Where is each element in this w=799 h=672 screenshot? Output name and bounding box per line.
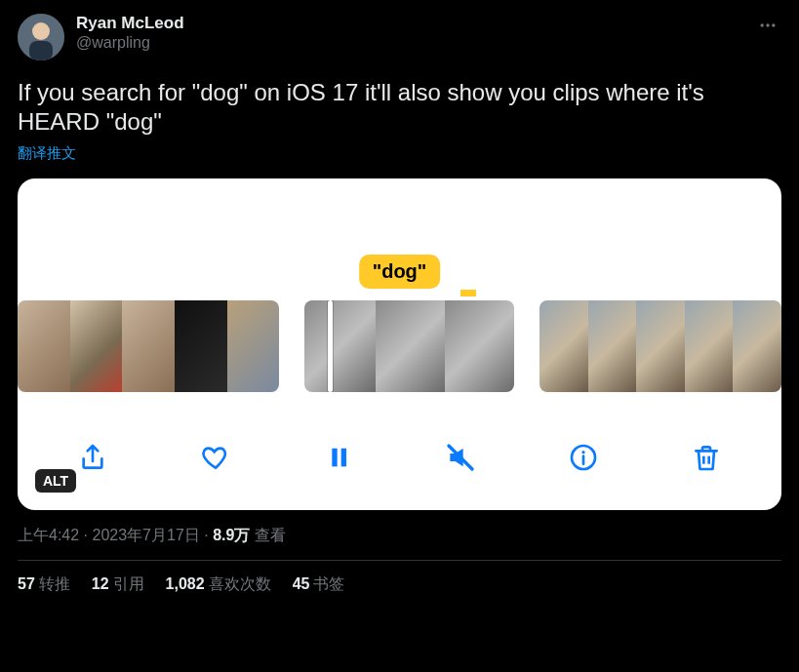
avatar-image <box>18 14 64 60</box>
thumb <box>175 300 227 392</box>
playhead[interactable] <box>328 300 333 392</box>
bubble-tick <box>460 290 476 296</box>
svg-rect-7 <box>340 448 345 466</box>
svg-rect-6 <box>332 448 337 466</box>
handle: @warpling <box>76 33 754 53</box>
alt-badge[interactable]: ALT <box>35 469 76 493</box>
thumb <box>588 300 637 392</box>
media-top: "dog" <box>18 178 781 300</box>
clip-group-3[interactable] <box>539 300 781 392</box>
thumb <box>70 300 123 392</box>
more-icon <box>758 16 778 35</box>
media-card[interactable]: "dog" <box>18 178 781 510</box>
stat-quotes[interactable]: 12引用 <box>92 574 144 595</box>
media-toolbar <box>18 392 781 510</box>
tweet-header: Ryan McLeod @warpling <box>18 14 781 60</box>
thumb <box>636 300 685 392</box>
thumb <box>445 300 514 392</box>
share-icon <box>77 442 108 473</box>
thumb <box>539 300 588 392</box>
stat-likes[interactable]: 1,082喜欢次数 <box>166 574 271 595</box>
svg-rect-2 <box>29 41 53 60</box>
thumb <box>685 300 734 392</box>
info-button[interactable] <box>566 440 601 475</box>
like-button[interactable] <box>198 440 233 475</box>
tweet-stats: 57转推 12引用 1,082喜欢次数 45书签 <box>18 561 781 595</box>
meta-date: 2023年7月17日 <box>92 527 199 543</box>
svg-point-11 <box>582 451 585 454</box>
search-bubble: "dog" <box>359 255 441 289</box>
avatar[interactable] <box>18 14 64 60</box>
svg-point-5 <box>772 23 775 26</box>
tweet-meta[interactable]: 上午4:42 · 2023年7月17日 · 8.9万 查看 <box>18 526 781 546</box>
svg-point-1 <box>32 22 50 40</box>
mute-button[interactable] <box>443 440 478 475</box>
tweet-container: Ryan McLeod @warpling If you search for … <box>0 0 799 609</box>
mute-icon <box>445 442 476 473</box>
thumb <box>122 300 175 392</box>
translate-link[interactable]: 翻译推文 <box>18 144 781 163</box>
video-timeline[interactable] <box>18 300 781 392</box>
thumb <box>304 300 376 392</box>
trash-icon <box>691 442 722 473</box>
views-count: 8.9万 <box>213 527 250 543</box>
delete-button[interactable] <box>689 440 724 475</box>
clip-group-2[interactable] <box>304 300 514 392</box>
stat-retweets[interactable]: 57转推 <box>18 574 70 595</box>
info-icon <box>568 442 599 473</box>
pause-icon <box>323 442 354 473</box>
thumb <box>18 300 70 392</box>
views-label: 查看 <box>250 527 285 543</box>
thumb <box>376 300 445 392</box>
author-block[interactable]: Ryan McLeod @warpling <box>76 14 754 53</box>
svg-point-4 <box>766 23 769 26</box>
heart-icon <box>200 442 231 473</box>
share-button[interactable] <box>75 440 110 475</box>
svg-point-3 <box>761 23 764 26</box>
pause-button[interactable] <box>321 440 356 475</box>
more-button[interactable] <box>754 12 781 43</box>
clip-group-1[interactable] <box>18 300 279 392</box>
stat-bookmarks[interactable]: 45书签 <box>293 574 345 595</box>
thumb <box>227 300 280 392</box>
display-name: Ryan McLeod <box>76 14 754 33</box>
tweet-text: If you search for "dog" on iOS 17 it'll … <box>18 78 781 137</box>
meta-time: 上午4:42 <box>18 527 79 543</box>
thumb <box>733 300 781 392</box>
